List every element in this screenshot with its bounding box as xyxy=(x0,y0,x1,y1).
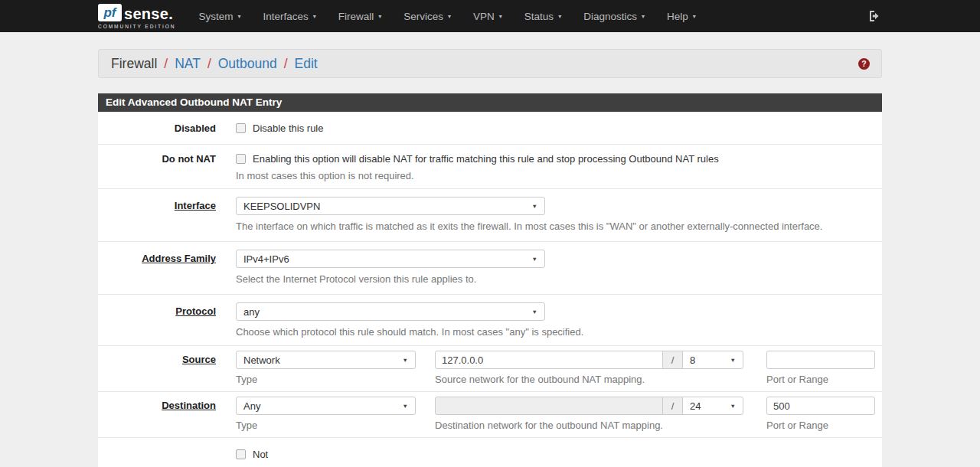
protocol-select-value: any xyxy=(243,306,260,318)
not-checkbox-label[interactable]: Not xyxy=(253,449,268,460)
address-family-label: Address Family xyxy=(142,253,216,264)
breadcrumb-separator: / xyxy=(284,56,288,72)
caret-down-icon: ▼ xyxy=(403,403,408,410)
chevron-down-icon: ▾ xyxy=(693,13,696,20)
menu-diagnostics-label: Diagnostics xyxy=(583,11,637,22)
sense-logo-text: sense. xyxy=(124,6,173,21)
protocol-help: Choose which protocol this rule should m… xyxy=(236,326,882,338)
sign-out-button[interactable] xyxy=(868,10,880,22)
chevron-down-icon: ▾ xyxy=(378,13,381,20)
menu-services-label: Services xyxy=(403,11,443,22)
do-not-nat-help: In most cases this option is not require… xyxy=(236,170,882,181)
help-icon[interactable]: ? xyxy=(858,58,870,70)
chevron-down-icon: ▾ xyxy=(448,13,451,20)
caret-down-icon: ▼ xyxy=(403,357,408,364)
breadcrumb-separator: / xyxy=(207,56,211,72)
source-type-select-value: Network xyxy=(243,354,280,366)
caret-down-icon: ▼ xyxy=(730,357,736,364)
disabled-checkbox-label[interactable]: Disable this rule xyxy=(253,122,324,134)
row-protocol: Protocol any ▼ Choose which protocol thi… xyxy=(98,295,882,346)
destination-type-caption: Type xyxy=(236,420,416,431)
destination-type-select-value: Any xyxy=(243,400,260,412)
row-destination: Destination Any ▼ Type / xyxy=(98,392,882,438)
source-mask-select-value: 8 xyxy=(690,354,695,366)
interface-select[interactable]: KEEPSOLIDVPN ▼ xyxy=(236,197,545,215)
source-type-caption: Type xyxy=(236,374,416,385)
menu-vpn-label: VPN xyxy=(473,11,495,22)
main-menu: System▾ Interfaces▾ Firewall▾ Services▾ … xyxy=(198,11,717,22)
destination-mask-select[interactable]: 24 ▼ xyxy=(682,397,743,415)
address-family-select-value: IPv4+IPv6 xyxy=(243,253,289,265)
row-address-family: Address Family IPv4+IPv6 ▼ Select the In… xyxy=(98,242,882,295)
row-interface: Interface KEEPSOLIDVPN ▼ The interface o… xyxy=(98,189,882,242)
row-source: Source Network ▼ Type / xyxy=(98,346,882,392)
not-checkbox[interactable] xyxy=(236,449,246,459)
source-mask-select[interactable]: 8 ▼ xyxy=(682,351,743,369)
menu-help-label: Help xyxy=(667,11,688,22)
sign-out-icon xyxy=(868,10,880,22)
destination-type-select[interactable]: Any ▼ xyxy=(236,397,416,415)
breadcrumb-nat[interactable]: NAT xyxy=(175,56,201,72)
caret-down-icon: ▼ xyxy=(532,203,537,210)
row-disabled: Disabled Disable this rule xyxy=(98,112,882,145)
caret-down-icon: ▼ xyxy=(532,309,537,315)
menu-vpn[interactable]: VPN▾ xyxy=(473,11,502,22)
chevron-down-icon: ▾ xyxy=(313,13,316,20)
menu-system[interactable]: System▾ xyxy=(198,11,240,22)
interface-label: Interface xyxy=(175,200,216,211)
source-network-input[interactable] xyxy=(435,351,663,369)
breadcrumb-separator: / xyxy=(164,56,168,72)
destination-mask-separator: / xyxy=(662,397,683,415)
source-port-caption: Port or Range xyxy=(766,374,875,385)
breadcrumb-outbound[interactable]: Outbound xyxy=(218,56,277,72)
breadcrumb-edit[interactable]: Edit xyxy=(295,56,318,72)
protocol-select[interactable]: any ▼ xyxy=(236,302,545,321)
menu-firewall-label: Firewall xyxy=(338,11,374,22)
chevron-down-icon: ▾ xyxy=(558,13,561,20)
disabled-checkbox[interactable] xyxy=(236,123,246,133)
menu-help[interactable]: Help▾ xyxy=(667,11,696,22)
destination-mask-select-value: 24 xyxy=(690,400,701,412)
do-not-nat-label: Do not NAT xyxy=(162,153,216,165)
interface-select-value: KEEPSOLIDVPN xyxy=(243,201,320,212)
disabled-label: Disabled xyxy=(175,122,216,134)
address-family-select[interactable]: IPv4+IPv6 ▼ xyxy=(236,250,545,268)
pf-logo-text: pf xyxy=(103,6,116,19)
do-not-nat-checkbox[interactable] xyxy=(236,154,246,164)
edition-label: COMMUNITY EDITION xyxy=(98,24,175,29)
address-family-help: Select the Internet Protocol version thi… xyxy=(236,273,882,285)
edit-nat-panel: Edit Advanced Outbound NAT Entry Disable… xyxy=(98,93,882,467)
menu-firewall[interactable]: Firewall▾ xyxy=(338,11,382,22)
protocol-label: Protocol xyxy=(175,305,216,317)
menu-interfaces[interactable]: Interfaces▾ xyxy=(263,11,315,22)
menu-interfaces-label: Interfaces xyxy=(263,11,308,22)
destination-network-caption: Destination network for the outbound NAT… xyxy=(435,420,743,431)
destination-port-input[interactable] xyxy=(766,397,875,415)
breadcrumb-firewall: Firewall xyxy=(111,56,157,72)
menu-system-label: System xyxy=(198,11,233,22)
chevron-down-icon: ▾ xyxy=(237,13,240,20)
caret-down-icon: ▼ xyxy=(532,256,537,263)
source-mask-separator: / xyxy=(662,351,683,369)
source-port-input[interactable] xyxy=(766,351,875,369)
chevron-down-icon: ▾ xyxy=(499,13,502,20)
source-network-caption: Source network for the outbound NAT mapp… xyxy=(435,374,743,385)
row-not: Not Invert the sense of the destination … xyxy=(98,438,882,467)
chevron-down-icon: ▾ xyxy=(642,13,645,20)
destination-port-caption: Port or Range xyxy=(766,420,875,431)
menu-status[interactable]: Status▾ xyxy=(524,11,561,22)
menu-services[interactable]: Services▾ xyxy=(403,11,451,22)
interface-help: The interface on which traffic is matche… xyxy=(236,220,882,232)
top-navbar: pf sense. COMMUNITY EDITION System▾ Inte… xyxy=(0,0,980,32)
source-type-select[interactable]: Network ▼ xyxy=(236,351,416,369)
pfsense-logo[interactable]: pf sense. COMMUNITY EDITION xyxy=(98,4,175,29)
destination-network-input xyxy=(435,397,663,415)
menu-status-label: Status xyxy=(524,11,554,22)
do-not-nat-checkbox-label[interactable]: Enabling this option will disable NAT fo… xyxy=(253,153,719,165)
pf-logo-mark: pf xyxy=(98,4,122,21)
menu-diagnostics[interactable]: Diagnostics▾ xyxy=(583,11,645,22)
panel-title: Edit Advanced Outbound NAT Entry xyxy=(98,93,882,112)
source-label: Source xyxy=(182,354,216,365)
row-do-not-nat: Do not NAT Enabling this option will dis… xyxy=(98,145,882,189)
caret-down-icon: ▼ xyxy=(730,403,736,410)
